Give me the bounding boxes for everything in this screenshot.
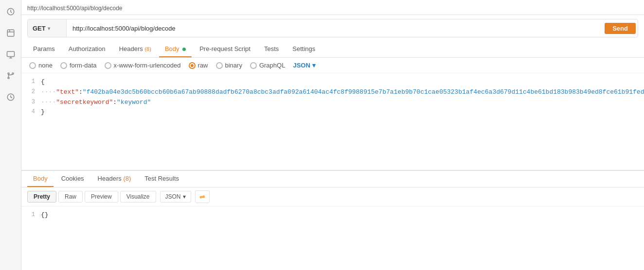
format-visualize[interactable]: Visualize (120, 191, 156, 202)
line-number: 3 (21, 98, 41, 107)
tab-tests[interactable]: Tests (258, 41, 285, 57)
format-raw[interactable]: Raw (58, 191, 83, 202)
sidebar-icon-collection[interactable] (4, 26, 18, 40)
radio-form-data (60, 62, 67, 69)
radio-binary (216, 62, 223, 69)
line-content: { (41, 77, 644, 87)
editor-line: 3····"secretkeyword":"keyword" (21, 98, 644, 108)
tab-prerequest[interactable]: Pre-request Script (194, 41, 256, 57)
editor-line: 1{ (21, 77, 644, 87)
response-line-number: 1 (21, 210, 41, 219)
tab-body[interactable]: Body (159, 41, 192, 57)
svg-point-7 (8, 77, 9, 79)
json-label: JSON (293, 62, 310, 69)
radio-raw (189, 62, 196, 69)
main-content: http://localhost:5000/api/blog/decode GE… (21, 0, 644, 270)
response-line-content: {} (41, 211, 644, 219)
format-preview[interactable]: Preview (85, 191, 118, 202)
editor-line: 2····"text":"f402ba04e3dc5b60bccb60b6a67… (21, 87, 644, 98)
option-urlencoded[interactable]: x-www-form-urlencoded (105, 62, 181, 69)
tab-params[interactable]: Params (27, 41, 61, 57)
line-number: 1 (21, 77, 41, 86)
option-none[interactable]: none (29, 62, 53, 69)
option-binary[interactable]: binary (216, 62, 242, 69)
sidebar-icon-history[interactable] (4, 5, 18, 18)
url-bar-wrapper: http://localhost:5000/api/blog/decode (21, 0, 644, 15)
format-row: Pretty Raw Preview Visualize JSON ▾ ⇌ (21, 187, 644, 206)
response-section: Body Cookies Headers (8) Test Results Pr… (21, 170, 644, 270)
response-tab-test-results[interactable]: Test Results (139, 171, 185, 187)
send-button[interactable]: Send (605, 23, 636, 34)
tab-settings[interactable]: Settings (286, 41, 321, 57)
response-tabs: Body Cookies Headers (8) Test Results (21, 171, 644, 187)
line-number: 4 (21, 107, 41, 117)
svg-rect-1 (7, 30, 14, 36)
response-body: 1{} (21, 206, 644, 270)
request-tabs: Params Authorization Headers (8) Body Pr… (21, 41, 644, 58)
option-form-data[interactable]: form-data (60, 62, 97, 69)
dropdown-chevron-icon: ▾ (183, 193, 186, 200)
radio-graphql (250, 62, 257, 69)
method-label: GET (33, 25, 46, 32)
wrap-icon[interactable]: ⇌ (195, 190, 210, 203)
line-number: 2 (21, 87, 41, 97)
response-tab-body[interactable]: Body (27, 171, 54, 187)
svg-rect-4 (7, 51, 14, 57)
response-tab-cookies[interactable]: Cookies (55, 171, 90, 187)
url-display: http://localhost:5000/api/blog/decode (27, 3, 638, 15)
tab-headers[interactable]: Headers (8) (113, 41, 157, 57)
json-chevron-icon: ▾ (312, 62, 316, 69)
svg-point-9 (12, 73, 14, 74)
tab-authorization[interactable]: Authorization (63, 41, 111, 57)
editor-area[interactable]: 1{2····"text":"f402ba04e3dc5b60bccb60b6a… (21, 73, 644, 170)
sidebar (0, 0, 21, 270)
line-content: ····"text":"f402ba04e3dc5b60bccb60b6a67a… (41, 87, 644, 98)
json-dropdown[interactable]: JSON ▾ (293, 62, 315, 69)
line-content: } (41, 107, 644, 118)
response-line: 1{} (21, 210, 644, 219)
chevron-down-icon: ▾ (48, 26, 50, 31)
sidebar-icon-monitor[interactable] (4, 48, 18, 61)
option-raw[interactable]: raw (189, 62, 208, 69)
headers-badge: (8) (144, 46, 151, 52)
radio-urlencoded (105, 62, 111, 69)
format-pretty[interactable]: Pretty (27, 191, 56, 202)
option-graphql[interactable]: GraphQL (250, 62, 285, 69)
url-input[interactable] (67, 19, 603, 37)
svg-point-8 (8, 73, 9, 74)
response-format-dropdown[interactable]: JSON ▾ (160, 191, 191, 202)
sidebar-icon-branch[interactable] (4, 69, 18, 83)
response-headers-badge: (8) (123, 175, 131, 182)
sidebar-icon-clock[interactable] (4, 90, 18, 104)
method-select[interactable]: GET ▾ (28, 19, 67, 37)
request-bar: GET ▾ Send (27, 19, 638, 37)
line-content: ····"secretkeyword":"keyword" (41, 98, 644, 108)
body-active-dot (182, 48, 186, 51)
editor-line: 4} (21, 107, 644, 118)
response-tab-headers[interactable]: Headers (8) (92, 171, 137, 187)
body-options: none form-data x-www-form-urlencoded raw… (21, 58, 644, 73)
radio-none (29, 62, 36, 69)
